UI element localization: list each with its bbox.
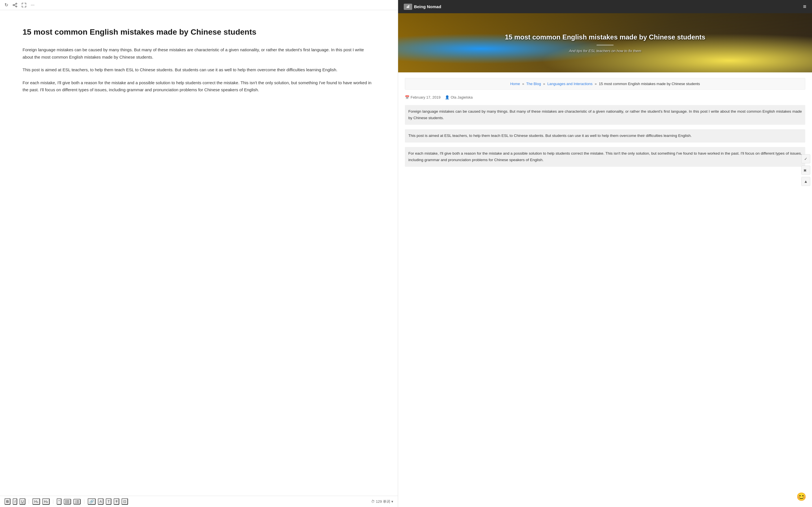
svg-point-9 — [65, 502, 66, 503]
breadcrumb-home[interactable]: Home — [510, 82, 520, 86]
toolbar-separator-2 — [53, 499, 53, 504]
editor-title: 15 most common English mistakes made by … — [22, 27, 375, 37]
image-button[interactable]: ⊡ — [121, 498, 128, 505]
svg-line-4 — [14, 5, 16, 6]
svg-point-2 — [16, 6, 17, 7]
editor-panel: ↻ ··· 15 most common English mistakes ma… — [0, 0, 398, 507]
svg-point-5 — [65, 500, 66, 501]
quote-button[interactable]: " — [57, 498, 61, 505]
word-count-area: ⏱ 129 单词 ▾ — [371, 499, 393, 504]
floating-emoji-button[interactable]: 😊 — [797, 492, 806, 501]
svg-point-0 — [16, 3, 17, 4]
bold-button[interactable]: B — [4, 498, 10, 505]
site-header: 🏕 Being Nomad ≡ — [398, 0, 812, 13]
breadcrumb-sep-2: » — [543, 82, 545, 86]
refresh-button[interactable]: ↻ — [4, 2, 8, 8]
text-style-button[interactable]: T — [106, 498, 111, 505]
svg-text:3.: 3. — [75, 502, 76, 503]
expand-button[interactable] — [22, 3, 26, 7]
italic-button[interactable]: I — [13, 498, 17, 505]
editor-top-toolbar: ↻ ··· — [0, 0, 398, 10]
website-content[interactable]: 🏕 Being Nomad ≡ 15 most common English m… — [398, 0, 812, 507]
article-date-text: February 17, 2019 — [410, 95, 441, 100]
toolbar-separator-3 — [84, 499, 84, 504]
logo-icon: 🏕 — [404, 4, 412, 10]
hero-image: 15 most common English mistakes made by … — [398, 13, 812, 72]
numbered-list-button[interactable]: 1.2.3. — [73, 499, 81, 504]
h1-button[interactable]: H₁ — [33, 498, 40, 505]
hero-content: 15 most common English mistakes made by … — [499, 27, 711, 59]
article-author-text: Ola Jagielska — [451, 95, 472, 100]
editor-bottom-toolbar: B I U H₁ H₂ " 1.2.3. 🔗 A T T ⊡ ⏱ 129 单词 … — [0, 496, 398, 507]
date-icon: 📅 — [405, 95, 409, 100]
word-count-display: 129 单词 — [376, 499, 390, 504]
website-preview-panel: 🏕 Being Nomad ≡ 15 most common English m… — [398, 0, 812, 507]
article-paragraph-2: This post is aimed at ESL teachers, to h… — [405, 129, 805, 143]
breadcrumb: Home » The Blog » Languages and Interact… — [405, 78, 805, 90]
svg-point-1 — [13, 4, 14, 6]
h2-button[interactable]: H₂ — [42, 498, 50, 505]
align-button[interactable]: ▲ — [801, 177, 810, 186]
code-button[interactable]: ▣ — [801, 166, 810, 175]
breadcrumb-category[interactable]: Languages and Interactions — [547, 82, 592, 86]
logo-text: Being Nomad — [414, 4, 441, 9]
article-body: Home » The Blog » Languages and Interact… — [398, 72, 812, 177]
svg-line-3 — [14, 4, 16, 5]
underline-button[interactable]: U — [19, 498, 26, 505]
site-logo: 🏕 Being Nomad — [404, 4, 441, 10]
editor-content-area[interactable]: 15 most common English mistakes made by … — [0, 10, 398, 496]
strikethrough-button[interactable]: T — [114, 498, 119, 505]
link-button[interactable]: 🔗 — [88, 498, 96, 505]
more-button[interactable]: ··· — [31, 3, 35, 8]
hamburger-menu-button[interactable]: ≡ — [803, 3, 806, 10]
breadcrumb-current: 15 most common English mistakes made by … — [599, 82, 700, 86]
svg-text:▣: ▣ — [804, 168, 806, 172]
share-button[interactable] — [13, 3, 17, 7]
article-meta: 📅 February 17, 2019 👤 Ola Jagielska — [405, 95, 805, 100]
breadcrumb-sep-1: » — [522, 82, 524, 86]
hero-divider — [597, 45, 613, 45]
dropdown-icon[interactable]: ▾ — [391, 499, 393, 504]
svg-point-7 — [65, 501, 66, 502]
editor-paragraph-1: Foreign language mistakes can be caused … — [22, 46, 375, 61]
article-date: 📅 February 17, 2019 — [405, 95, 441, 100]
text-color-button[interactable]: A — [98, 498, 104, 505]
article-paragraph-3: For each mistake, I'll give both a reaso… — [405, 147, 805, 167]
toolbar-separator-1 — [29, 499, 29, 504]
editor-paragraph-2: This post is aimed at ESL teachers, to h… — [22, 66, 375, 73]
article-author: 👤 Ola Jagielska — [445, 95, 472, 100]
right-sidebar: ✓ ▣ ▲ — [800, 152, 812, 188]
author-icon: 👤 — [445, 95, 449, 100]
check-button[interactable]: ✓ — [801, 154, 810, 163]
editor-paragraph-3: For each mistake, I'll give both a reaso… — [22, 79, 375, 94]
clock-icon: ⏱ — [371, 499, 375, 504]
hero-title: 15 most common English mistakes made by … — [505, 33, 705, 41]
breadcrumb-blog[interactable]: The Blog — [526, 82, 541, 86]
bullet-list-button[interactable] — [64, 499, 71, 504]
article-paragraph-1: Foreign language mistakes can be caused … — [405, 105, 805, 125]
hero-subtitle: And tips for ESL teachers on how to fix … — [505, 49, 705, 53]
breadcrumb-sep-3: » — [595, 82, 597, 86]
